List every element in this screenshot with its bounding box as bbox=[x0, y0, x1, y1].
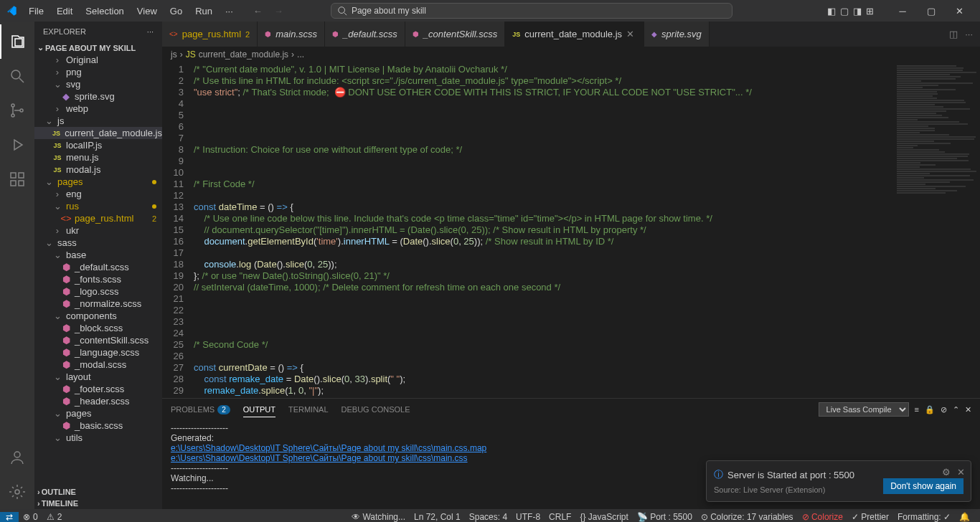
folder-item[interactable]: ›webp bbox=[34, 103, 162, 115]
outline-section[interactable]: › OUTLINE bbox=[34, 486, 162, 498]
panel-tab[interactable]: OUTPUT bbox=[243, 402, 275, 417]
debug-icon[interactable] bbox=[0, 128, 34, 162]
file-item[interactable]: JSmenu.js bbox=[34, 151, 162, 163]
status-item[interactable]: UTF-8 bbox=[512, 512, 545, 522]
folder-item[interactable]: ⌄svg bbox=[34, 78, 162, 90]
file-item[interactable]: ⬢_contentSkill.scss bbox=[34, 334, 162, 346]
status-item[interactable]: 📡 Port : 5500 bbox=[633, 512, 697, 522]
folder-item[interactable]: ⌄pages bbox=[34, 407, 162, 419]
folder-item[interactable]: ›ukr bbox=[34, 224, 162, 237]
menu-item[interactable]: Go bbox=[164, 3, 188, 19]
menu-item[interactable]: View bbox=[131, 3, 163, 19]
extensions-icon[interactable] bbox=[0, 162, 34, 196]
file-item[interactable]: JSmodal.js bbox=[34, 163, 162, 176]
menu-item[interactable]: Selection bbox=[80, 3, 129, 19]
status-item[interactable]: ⊘ Colorize bbox=[798, 512, 847, 522]
status-item[interactable]: CRLF bbox=[545, 512, 575, 522]
editor-tab[interactable]: ◆sprite.svg bbox=[644, 22, 710, 47]
file-item[interactable]: ⬢_language.scss bbox=[34, 346, 162, 359]
folder-item[interactable]: ⌄utils bbox=[34, 432, 162, 444]
close-icon[interactable]: ✕ bbox=[946, 0, 974, 22]
status-item[interactable]: Ln 72, Col 1 bbox=[410, 512, 465, 522]
file-item[interactable]: ⬢_normalize.scss bbox=[34, 298, 162, 310]
menu-item[interactable]: File bbox=[23, 3, 50, 19]
command-center[interactable]: Page about my skill bbox=[331, 3, 732, 19]
status-item[interactable]: {} JavaScript bbox=[575, 512, 632, 522]
file-item[interactable]: ⬢_default.scss bbox=[34, 261, 162, 273]
panel-tab[interactable]: DEBUG CONSOLE bbox=[341, 402, 410, 417]
file-item[interactable]: ⬢_block.scss bbox=[34, 322, 162, 334]
file-item[interactable]: ⬢_basic.scss bbox=[34, 419, 162, 432]
project-header[interactable]: ⌄ PAGE ABOUT MY SKILL bbox=[34, 42, 162, 54]
file-item[interactable]: ⬢_footer.scss bbox=[34, 383, 162, 395]
account-icon[interactable] bbox=[0, 440, 34, 475]
clear-icon[interactable]: ⊘ bbox=[941, 405, 947, 414]
status-item[interactable]: 👁 Watching... bbox=[347, 512, 410, 522]
file-item[interactable]: ◆sprite.svg bbox=[34, 90, 162, 103]
close-icon[interactable]: ✕ bbox=[957, 467, 965, 478]
explorer-icon[interactable] bbox=[0, 24, 34, 59]
bell-icon[interactable]: 🔔 bbox=[955, 512, 974, 522]
gear-icon[interactable]: ⚙ bbox=[942, 467, 951, 478]
folder-item[interactable]: ›png bbox=[34, 66, 162, 78]
split-icon[interactable]: ◫ bbox=[949, 29, 958, 39]
editor-tab[interactable]: ⬢main.scss bbox=[258, 22, 325, 47]
layout-icon[interactable]: ⊞ bbox=[866, 6, 874, 16]
scm-icon[interactable] bbox=[0, 93, 34, 128]
dont-show-again-button[interactable]: Don't show again bbox=[883, 478, 963, 494]
lock-icon[interactable]: 🔒 bbox=[925, 405, 935, 414]
folder-item[interactable]: ⌄pages bbox=[34, 176, 162, 188]
search-icon[interactable] bbox=[0, 59, 34, 93]
minimap[interactable] bbox=[894, 62, 980, 398]
close-icon[interactable]: ✕ bbox=[965, 405, 971, 414]
maximize-icon[interactable]: ▢ bbox=[917, 0, 946, 22]
editor-tab[interactable]: ⬢_contentSkill.scss bbox=[405, 22, 505, 47]
menu-item[interactable]: Edit bbox=[51, 3, 78, 19]
editor-tab[interactable]: ⬢_default.scss bbox=[325, 22, 405, 47]
panel-tab[interactable]: TERMINAL bbox=[288, 402, 329, 417]
status-item[interactable]: Spaces: 4 bbox=[465, 512, 512, 522]
status-errors[interactable]: ⊗ 0 bbox=[19, 512, 42, 522]
file-item[interactable]: ⬢_fonts.scss bbox=[34, 273, 162, 285]
folder-item[interactable]: ⌄sass bbox=[34, 237, 162, 249]
folder-item[interactable]: ⌄base bbox=[34, 249, 162, 261]
layout-icon[interactable]: ▢ bbox=[840, 6, 849, 16]
panel-tab[interactable]: PROBLEMS2 bbox=[171, 402, 230, 417]
breadcrumb[interactable]: js› JScurrent_date_module.js› ... bbox=[162, 47, 980, 62]
file-item[interactable]: <>page_rus.html2 bbox=[34, 212, 162, 224]
layout-icon[interactable]: ◨ bbox=[853, 6, 862, 16]
minimize-icon[interactable]: ─ bbox=[888, 0, 917, 22]
gear-icon[interactable] bbox=[0, 475, 34, 509]
file-item[interactable]: ⬢_logo.scss bbox=[34, 285, 162, 298]
file-item[interactable]: ⬢_header.scss bbox=[34, 395, 162, 407]
editor-tab[interactable]: JScurrent_date_module.js✕ bbox=[505, 22, 644, 47]
folder-item[interactable]: ›eng bbox=[34, 188, 162, 200]
file-item[interactable]: JSlocalIP.js bbox=[34, 139, 162, 151]
output-channel-select[interactable]: Live Sass Compile bbox=[819, 402, 909, 417]
nav-back-icon[interactable]: ← bbox=[253, 6, 263, 16]
status-item[interactable]: ✓ Prettier bbox=[847, 512, 893, 522]
editor-tab[interactable]: <>page_rus.html2 bbox=[162, 22, 258, 47]
file-item[interactable]: JScurrent_date_module.js bbox=[34, 127, 162, 139]
menu-item[interactable]: Run bbox=[189, 3, 218, 19]
menu-item[interactable]: ··· bbox=[220, 3, 239, 19]
more-icon[interactable]: ··· bbox=[147, 27, 154, 36]
folder-item[interactable]: ⌄components bbox=[34, 310, 162, 322]
more-icon[interactable]: ··· bbox=[965, 29, 973, 39]
file-item[interactable]: ⬢_modal.scss bbox=[34, 359, 162, 371]
folder-item[interactable]: ›Original bbox=[34, 54, 162, 66]
folder-item[interactable]: ⌄js bbox=[34, 115, 162, 127]
timeline-section[interactable]: › TIMELINE bbox=[34, 498, 162, 509]
folder-item[interactable]: ⌄layout bbox=[34, 371, 162, 383]
layout-icon[interactable]: ◧ bbox=[827, 6, 836, 16]
status-warnings[interactable]: ⚠ 2 bbox=[42, 512, 67, 522]
code-editor[interactable]: 1234567891011121314151617181920212223242… bbox=[162, 62, 980, 398]
remote-icon[interactable]: ⇄ bbox=[0, 512, 19, 522]
nav-forward-icon[interactable]: → bbox=[274, 6, 283, 16]
folder-item[interactable]: ⌄rus bbox=[34, 200, 162, 212]
maximize-icon[interactable]: ⌃ bbox=[953, 405, 959, 414]
code-lines[interactable]: /* "Current date module", v. 1.0 | MIT L… bbox=[194, 62, 894, 398]
status-item[interactable]: Formatting: ✓ bbox=[893, 512, 955, 522]
filter-icon[interactable]: ≡ bbox=[915, 405, 919, 414]
status-item[interactable]: ⊙ Colorize: 17 variables bbox=[697, 512, 798, 522]
